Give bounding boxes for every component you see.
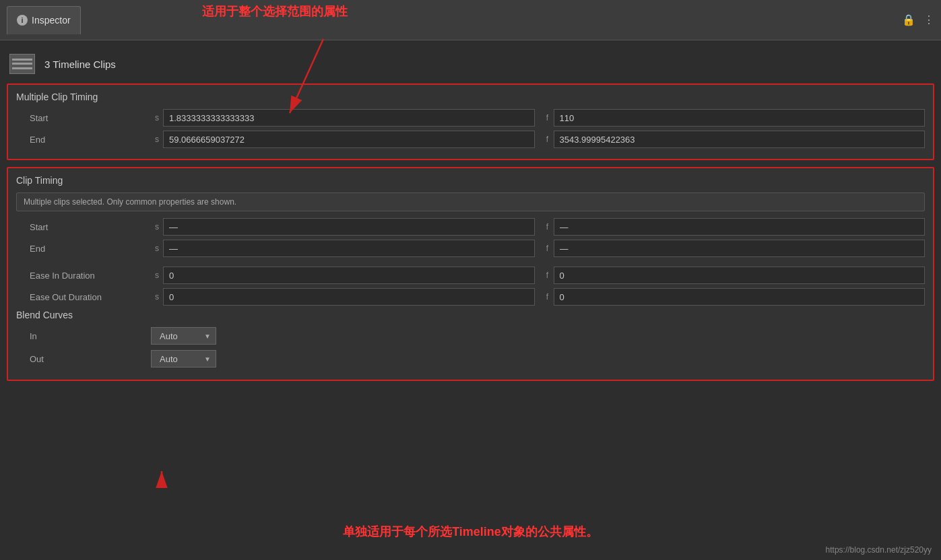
- clips-header: 3 Timeline Clips: [7, 47, 934, 83]
- ct-ease-in-s-unit: s: [151, 271, 163, 280]
- annotation-bottom-text: 单独适用于每个所选Timeline对象的公共属性。: [0, 524, 941, 540]
- ct-start-f-input[interactable]: [554, 218, 926, 236]
- ct-start-f-unit: f: [542, 222, 554, 232]
- mct-end-row: End s f: [16, 131, 925, 148]
- blend-out-row: Out Auto Ease In Ease Out Linear Constan…: [16, 350, 925, 368]
- ct-ease-out-f-input[interactable]: [554, 288, 926, 306]
- ct-ease-out-s-input[interactable]: [163, 288, 535, 306]
- menu-icon[interactable]: ⋮: [923, 13, 934, 26]
- info-icon: i: [17, 15, 28, 26]
- ct-end-row: End s f: [16, 240, 925, 257]
- blend-out-dropdown-container: Auto Ease In Ease Out Linear Constant ▼: [151, 350, 216, 368]
- multiple-clip-timing-title: Multiple Clip Timing: [16, 92, 925, 102]
- ct-end-f-unit: f: [542, 244, 554, 253]
- mct-start-label: Start: [16, 113, 151, 123]
- content-area: 3 Timeline Clips Multiple Clip Timing St…: [0, 40, 941, 394]
- ct-end-s-unit: s: [151, 244, 163, 253]
- annotation-url: https://blog.csdn.net/zjz520yy: [826, 545, 932, 555]
- blend-in-label: In: [16, 331, 151, 341]
- ct-ease-out-s-unit: s: [151, 292, 163, 302]
- blend-curves-section: Blend Curves In Auto Ease In Ease Out Li…: [16, 310, 925, 368]
- mct-end-label: End: [16, 135, 151, 145]
- lock-icon[interactable]: 🔒: [902, 13, 915, 26]
- mct-start-f-input[interactable]: [554, 109, 926, 127]
- ct-ease-in-f-input[interactable]: [554, 267, 926, 284]
- ct-ease-in-s-input[interactable]: [163, 267, 535, 284]
- mct-end-f-unit: f: [542, 135, 554, 144]
- ct-ease-in-f-unit: f: [542, 271, 554, 280]
- ct-end-s-input[interactable]: [163, 240, 535, 257]
- mct-start-row: Start s f: [16, 109, 925, 127]
- ct-end-label: End: [16, 244, 151, 254]
- mct-end-s-unit: s: [151, 135, 163, 144]
- blend-in-row: In Auto Ease In Ease Out Linear Constant…: [16, 327, 925, 345]
- header-right: 🔒 ⋮: [902, 13, 934, 26]
- mct-start-f-unit: f: [542, 113, 554, 123]
- ct-ease-out-label: Ease Out Duration: [16, 292, 151, 302]
- ct-ease-out-row: Ease Out Duration s f: [16, 288, 925, 306]
- mct-start-s-unit: s: [151, 113, 163, 123]
- blend-curves-title: Blend Curves: [16, 310, 925, 320]
- multiple-clip-timing-box: Multiple Clip Timing Start s f End s f: [7, 83, 934, 160]
- ct-start-s-input[interactable]: [163, 218, 535, 236]
- mct-end-s-input[interactable]: [163, 131, 535, 148]
- annotation-top: 适用于整个选择范围的属性: [202, 3, 348, 20]
- ct-start-label: Start: [16, 222, 151, 232]
- clip-timing-box: Clip Timing Multiple clips selected. Onl…: [7, 167, 934, 381]
- clip-timing-info: Multiple clips selected. Only common pro…: [16, 193, 925, 211]
- header-bar: i Inspector 🔒 ⋮ 适用于整个选择范围的属性: [0, 0, 941, 40]
- clips-title: 3 Timeline Clips: [44, 59, 116, 70]
- mct-start-s-input[interactable]: [163, 109, 535, 127]
- blend-out-dropdown[interactable]: Auto Ease In Ease Out Linear Constant: [151, 350, 216, 368]
- ct-end-f-input[interactable]: [554, 240, 926, 257]
- ct-start-s-unit: s: [151, 222, 163, 232]
- ct-ease-in-label: Ease In Duration: [16, 271, 151, 281]
- blend-in-dropdown-container: Auto Ease In Ease Out Linear Constant ▼: [151, 327, 216, 345]
- clip-icon: [9, 54, 35, 74]
- inspector-tab-label: Inspector: [32, 15, 71, 26]
- blend-out-label: Out: [16, 354, 151, 364]
- clip-timing-title: Clip Timing: [16, 175, 925, 186]
- ct-start-row: Start s f: [16, 218, 925, 236]
- ct-ease-out-f-unit: f: [542, 292, 554, 302]
- inspector-tab[interactable]: i Inspector: [7, 6, 81, 34]
- ct-ease-in-row: Ease In Duration s f: [16, 267, 925, 284]
- blend-in-dropdown[interactable]: Auto Ease In Ease Out Linear Constant: [151, 327, 216, 345]
- annotation-bottom-area: 单独适用于每个所选Timeline对象的公共属性。: [0, 524, 941, 540]
- mct-end-f-input[interactable]: [554, 131, 926, 148]
